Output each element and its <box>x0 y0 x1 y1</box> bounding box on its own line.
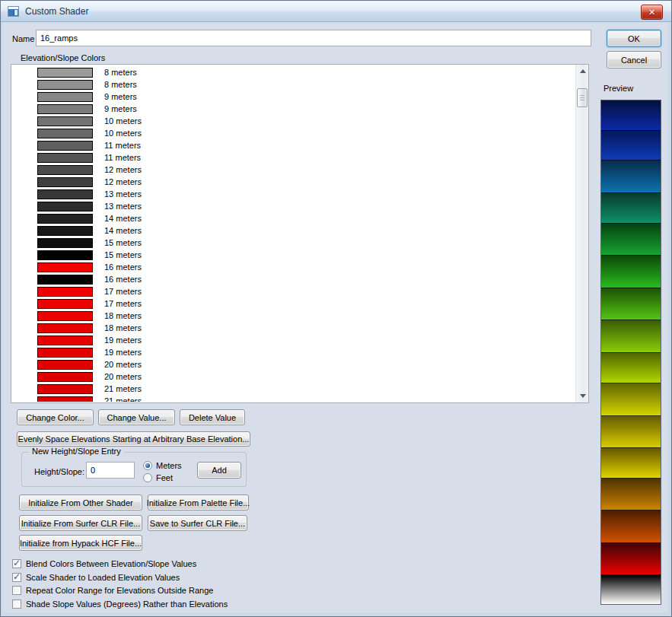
color-swatch <box>37 275 93 285</box>
color-list-item[interactable]: 9 meters <box>11 103 575 115</box>
ok-button[interactable]: OK <box>607 30 661 47</box>
color-list-item[interactable]: 19 meters <box>11 346 575 358</box>
close-button[interactable]: ✕ <box>641 5 663 20</box>
elevation-value-label: 11 meters <box>104 153 141 162</box>
color-list-item[interactable]: 13 meters <box>11 188 575 200</box>
radio-meters[interactable]: Meters <box>143 460 182 470</box>
color-list-item[interactable]: 15 meters <box>11 249 575 261</box>
initialize-from-surfer-clr-file-button[interactable]: Initialize From Surfer CLR File... <box>19 515 142 531</box>
elevation-value-label: 20 meters <box>104 372 142 381</box>
color-list-item[interactable]: 14 meters <box>11 212 575 224</box>
list-scrollbar[interactable] <box>575 65 588 402</box>
color-list-item[interactable]: 12 meters <box>11 176 575 188</box>
color-list-item[interactable]: 18 meters <box>11 322 575 334</box>
save-to-surfer-clr-file-button[interactable]: Save to Surfer CLR File... <box>148 515 247 531</box>
color-list-item[interactable]: 18 meters <box>11 310 575 322</box>
checkbox[interactable] <box>12 573 21 582</box>
scroll-down-button[interactable] <box>576 390 589 402</box>
color-swatch <box>37 262 93 272</box>
option-checkbox-row[interactable]: Repeat Color Range for Elevations Outsid… <box>12 585 213 595</box>
scroll-thumb[interactable] <box>577 88 588 107</box>
preview-band <box>601 575 661 604</box>
color-list-item[interactable]: 17 meters <box>11 297 575 310</box>
scroll-up-button[interactable] <box>576 65 589 78</box>
radio-meters-circle[interactable] <box>143 461 152 470</box>
color-swatch <box>37 189 93 199</box>
radio-feet[interactable]: Feet <box>143 472 173 482</box>
checkbox[interactable] <box>12 559 21 568</box>
color-list-item[interactable]: 17 meters <box>11 285 575 297</box>
checkbox-label: Repeat Color Range for Elevations Outsid… <box>26 586 213 595</box>
checkbox[interactable] <box>12 586 21 595</box>
color-swatch <box>37 311 93 321</box>
height-slope-input[interactable] <box>86 462 135 479</box>
checkbox-label: Blend Colors Between Elevation/Slope Val… <box>26 559 196 568</box>
color-swatch <box>37 177 93 187</box>
cancel-button[interactable]: Cancel <box>607 51 661 68</box>
titlebar[interactable]: Custom Shader ✕ <box>1 1 671 22</box>
color-list-item[interactable]: 9 meters <box>11 91 575 103</box>
delete-value-button[interactable]: Delete Value <box>180 409 245 425</box>
color-list-item[interactable]: 14 meters <box>11 224 575 237</box>
color-swatch <box>37 153 93 163</box>
initialize-from-hypack-hcf-file-button[interactable]: Initialize from Hypack HCF File... <box>19 535 142 551</box>
color-list-item[interactable]: 20 meters <box>11 371 575 383</box>
color-list-item[interactable]: 11 meters <box>11 139 575 151</box>
initialize-from-palette-file-button[interactable]: Initialize From Palette File... <box>148 495 249 510</box>
color-list-item[interactable]: 21 meters <box>11 383 575 395</box>
elevation-value-label: 12 meters <box>104 165 142 174</box>
color-swatch <box>37 214 93 224</box>
preview-band <box>601 479 661 510</box>
elevation-value-label: 11 meters <box>104 141 141 150</box>
color-swatch <box>37 250 93 260</box>
elevation-value-label: 16 meters <box>104 262 142 272</box>
option-checkbox-row[interactable]: Blend Colors Between Elevation/Slope Val… <box>12 558 196 568</box>
radio-feet-circle[interactable] <box>143 473 152 482</box>
option-checkbox-row[interactable]: Shade Slope Values (Degrees) Rather than… <box>12 599 228 609</box>
color-swatch <box>37 336 93 345</box>
color-list-item[interactable]: 13 meters <box>11 200 575 212</box>
preview-label: Preview <box>604 84 633 93</box>
name-input[interactable] <box>36 30 591 46</box>
elevation-value-label: 13 meters <box>104 202 142 211</box>
color-list-item[interactable]: 8 meters <box>11 66 575 78</box>
elevation-value-label: 19 meters <box>104 336 142 345</box>
color-list-item[interactable]: 12 meters <box>11 164 575 176</box>
elevation-value-label: 19 meters <box>104 348 142 357</box>
scroll-up-icon <box>580 69 586 73</box>
color-list-item[interactable]: 10 meters <box>11 115 575 127</box>
color-swatch <box>37 226 93 236</box>
preview-band <box>601 320 661 353</box>
color-swatch <box>37 80 93 90</box>
color-swatch <box>37 360 93 370</box>
color-list-item[interactable]: 11 meters <box>11 151 575 164</box>
add-button[interactable]: Add <box>197 462 241 479</box>
color-list-item[interactable]: 15 meters <box>11 237 575 249</box>
preview-band <box>601 161 661 193</box>
height-slope-label: Height/Slope: <box>34 467 84 476</box>
color-swatch <box>37 384 93 394</box>
elevation-value-label: 14 meters <box>104 226 142 235</box>
window-icon <box>8 6 19 17</box>
color-swatch <box>37 372 93 382</box>
initialize-from-other-shader-button[interactable]: Initialize From Other Shader <box>19 495 142 510</box>
elevation-value-label: 10 meters <box>104 129 142 138</box>
elevation-value-label: 21 meters <box>104 384 142 393</box>
scroll-down-icon <box>580 394 586 398</box>
radio-meters-label: Meters <box>156 461 182 470</box>
color-list-item[interactable]: 8 meters <box>11 78 575 91</box>
name-label: Name <box>12 34 34 43</box>
color-list-item[interactable]: 10 meters <box>11 127 575 139</box>
color-list-item[interactable]: 16 meters <box>11 261 575 273</box>
color-list-item[interactable]: 16 meters <box>11 273 575 285</box>
change-color-button[interactable]: Change Color... <box>17 409 94 425</box>
evenly-space-elevations-button[interactable]: Evenly Space Elevations Starting at Arbi… <box>17 431 250 447</box>
color-swatch <box>37 299 93 309</box>
color-list-item[interactable]: 19 meters <box>11 334 575 346</box>
color-list-item[interactable]: 21 meters <box>11 395 575 402</box>
checkbox[interactable] <box>12 600 21 609</box>
change-value-button[interactable]: Change Value... <box>98 409 175 425</box>
option-checkbox-row[interactable]: Scale Shader to Loaded Elevation Values <box>12 572 180 582</box>
color-list-item[interactable]: 20 meters <box>11 358 575 371</box>
preview-band <box>601 353 661 383</box>
